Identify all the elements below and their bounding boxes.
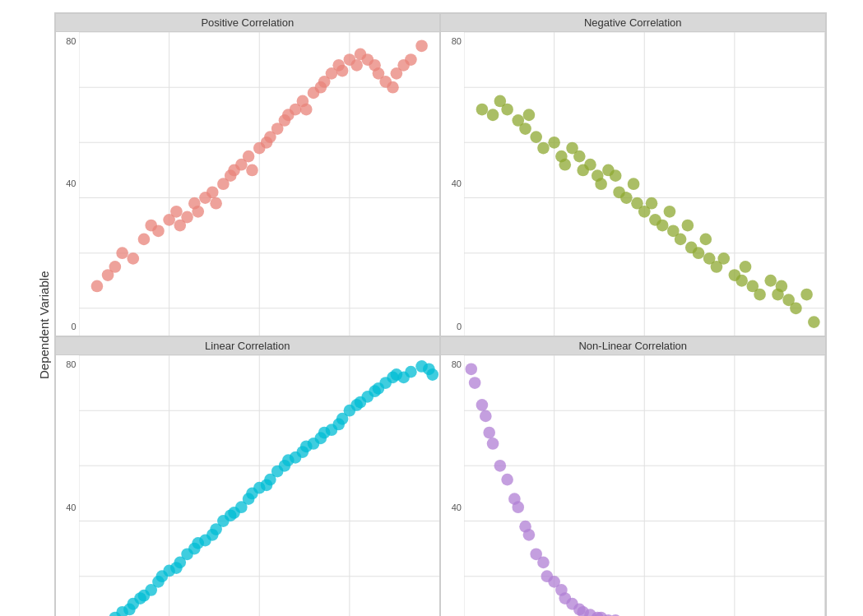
svg-point-209 — [512, 501, 524, 513]
y-ticks-linear: 80400 — [56, 355, 79, 616]
svg-point-48 — [336, 64, 348, 76]
y-ticks-positive: 80400 — [56, 32, 79, 336]
svg-point-79 — [530, 131, 542, 143]
plot-title-negative: Negative Correlation — [441, 14, 825, 32]
plot-linear: Linear Correlation80400 — [55, 336, 441, 616]
svg-point-204 — [483, 427, 495, 439]
svg-point-14 — [116, 247, 128, 259]
svg-point-188 — [426, 368, 438, 381]
svg-point-111 — [735, 274, 748, 286]
y-axis-label: Dependent Variable — [37, 12, 51, 604]
plot-positive: Positive Correlation80400 — [55, 13, 441, 336]
svg-point-42 — [299, 103, 312, 115]
svg-point-77 — [519, 123, 531, 135]
svg-point-207 — [501, 474, 513, 486]
svg-point-20 — [170, 205, 183, 217]
svg-point-206 — [494, 460, 507, 472]
svg-point-78 — [523, 109, 536, 121]
svg-point-13 — [109, 261, 121, 273]
svg-point-114 — [754, 288, 766, 300]
svg-wrapper-linear — [79, 355, 440, 616]
svg-point-117 — [776, 280, 788, 292]
svg-point-205 — [487, 438, 499, 450]
svg-point-201 — [469, 377, 481, 389]
svg-point-97 — [646, 197, 658, 209]
svg-point-72 — [476, 103, 489, 115]
svg-point-11 — [90, 280, 103, 292]
svg-point-94 — [628, 178, 640, 190]
svg-point-83 — [559, 158, 571, 170]
svg-point-16 — [137, 233, 150, 245]
svg-point-121 — [808, 316, 820, 328]
svg-point-50 — [350, 58, 363, 71]
svg-point-73 — [487, 109, 499, 121]
svg-point-24 — [192, 205, 204, 217]
svg-point-99 — [657, 219, 669, 231]
svg-point-203 — [480, 410, 492, 422]
svg-point-15 — [127, 252, 139, 264]
plot-grid: Positive Correlation80400Negative Correl… — [54, 12, 827, 617]
svg-point-200 — [465, 363, 477, 375]
svg-point-56 — [387, 81, 399, 93]
plot-title-linear: Linear Correlation — [56, 337, 440, 355]
plot-negative: Negative Correlation80400 — [440, 13, 826, 336]
svg-point-211 — [523, 529, 536, 541]
svg-point-26 — [206, 186, 218, 198]
svg-wrapper-positive — [79, 32, 440, 336]
svg-wrapper-nonlinear — [464, 355, 825, 616]
svg-point-202 — [476, 399, 489, 411]
svg-point-87 — [584, 158, 596, 170]
plot-title-nonlinear: Non-Linear Correlation — [441, 337, 825, 355]
plot-title-positive: Positive Correlation — [56, 14, 440, 32]
plot-nonlinear: Non-Linear Correlation80400 — [440, 336, 826, 616]
svg-point-93 — [620, 192, 633, 204]
svg-point-22 — [181, 211, 193, 223]
svg-point-106 — [699, 233, 712, 245]
svg-point-109 — [717, 252, 730, 264]
svg-point-85 — [573, 150, 586, 162]
svg-point-120 — [800, 288, 813, 300]
svg-point-80 — [537, 141, 550, 154]
chart-container: Dependent Variable Positive Correlation8… — [37, 12, 827, 604]
svg-point-100 — [664, 205, 676, 217]
svg-point-18 — [152, 225, 165, 237]
svg-point-119 — [790, 302, 802, 314]
svg-wrapper-negative — [464, 32, 825, 336]
svg-point-75 — [501, 103, 513, 115]
svg-point-89 — [595, 178, 607, 190]
svg-point-115 — [764, 274, 777, 286]
svg-point-112 — [740, 261, 752, 273]
svg-point-27 — [210, 197, 222, 209]
svg-point-32 — [242, 150, 254, 162]
svg-point-102 — [675, 233, 687, 245]
svg-point-103 — [682, 219, 694, 231]
svg-point-105 — [693, 247, 705, 259]
svg-point-81 — [548, 136, 560, 148]
svg-point-91 — [610, 169, 622, 182]
svg-point-185 — [405, 366, 417, 378]
svg-point-33 — [246, 164, 258, 176]
y-ticks-nonlinear: 80400 — [441, 355, 464, 616]
y-ticks-negative: 80400 — [441, 32, 464, 336]
svg-point-213 — [537, 556, 550, 568]
svg-point-60 — [415, 39, 428, 52]
svg-point-59 — [405, 53, 417, 66]
